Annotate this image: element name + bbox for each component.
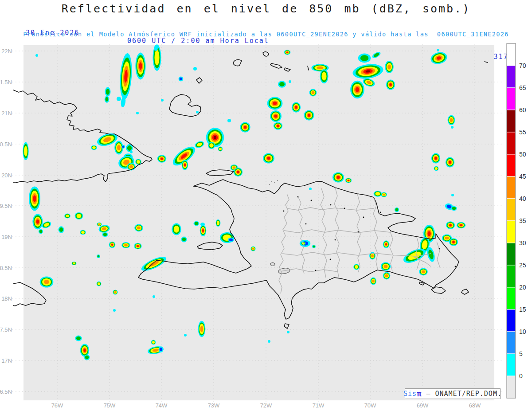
storm-cell — [64, 214, 70, 219]
storm-cell — [72, 262, 77, 265]
storm-cell — [451, 126, 454, 129]
lat-tick-label: 0.5N — [0, 141, 12, 148]
storm-contour — [117, 97, 121, 101]
storm-contour — [336, 176, 340, 179]
storm-contour — [287, 331, 289, 333]
storm-contour — [76, 337, 81, 341]
colorbar-tick-label: 10 — [519, 328, 526, 335]
storm-cell — [448, 115, 455, 125]
storm-cell — [434, 166, 439, 171]
colorbar-segment — [507, 243, 516, 265]
storm-cell — [39, 229, 43, 234]
storm-contour — [295, 106, 297, 109]
lon-tick-label: 68W — [469, 402, 481, 409]
storm-cell — [35, 54, 38, 57]
storm-cell — [457, 222, 466, 229]
storm-cell — [172, 223, 181, 235]
storm-cell — [109, 242, 116, 248]
lon-tick-label: 75W — [104, 402, 116, 409]
storm-cell — [431, 153, 440, 163]
storm-cell — [284, 50, 291, 55]
storm-cell — [278, 81, 286, 88]
storm-contour — [193, 67, 197, 70]
storm-contour — [308, 114, 310, 117]
storm-cell — [292, 102, 301, 112]
storm-contour — [355, 265, 358, 269]
storm-cell — [151, 340, 156, 345]
storm-contour — [356, 87, 360, 92]
storm-contour — [360, 55, 369, 61]
storm-cell — [157, 155, 166, 162]
storm-cell — [350, 81, 364, 99]
storm-contour — [202, 229, 204, 232]
etang-saumatre-lake — [270, 263, 275, 266]
storm-contour — [136, 112, 139, 114]
colorbar-tick-label: 60 — [519, 106, 526, 114]
storm-contour — [124, 244, 128, 247]
storm-contour — [154, 45, 158, 51]
storm-cell — [179, 77, 184, 82]
storm-contour — [111, 244, 113, 246]
storm-cell — [446, 221, 455, 229]
storm-cell — [130, 151, 133, 153]
storm-contour — [434, 157, 437, 160]
storm-contour — [309, 188, 312, 190]
storm-contour — [66, 215, 69, 217]
storm-contour — [217, 221, 219, 225]
storm-contour — [130, 151, 133, 153]
storm-cell — [312, 245, 316, 248]
colorbar-segment — [507, 332, 516, 354]
storm-contour — [106, 89, 110, 95]
storm-cell — [385, 61, 394, 73]
attribution-brand: Sis — [403, 390, 417, 398]
storm-contour — [233, 166, 236, 169]
colorbar-segment — [507, 43, 516, 66]
storm-cell — [309, 188, 312, 190]
colorbar-segment — [507, 66, 516, 88]
colorbar-tick-label: 40 — [519, 195, 526, 202]
storm-contour — [153, 295, 155, 298]
storm-cell — [198, 321, 206, 337]
lat-tick-label: 19N — [1, 234, 12, 240]
lat-tick-label: 6.5N — [0, 388, 12, 395]
storm-contour — [139, 63, 142, 70]
storm-contour — [279, 82, 285, 86]
storm-contour — [348, 180, 349, 181]
storm-cell — [386, 79, 395, 90]
storm-contour — [200, 326, 203, 332]
storm-contour — [195, 222, 199, 225]
colorbar-segment — [507, 176, 516, 199]
storm-contour — [322, 72, 327, 81]
storm-cell — [154, 45, 158, 51]
storm-cell — [84, 355, 90, 360]
storm-cell — [240, 122, 250, 132]
colorbar-segment — [507, 221, 516, 243]
storm-cell — [383, 240, 390, 248]
storm-contour — [98, 223, 100, 225]
storm-cell — [181, 237, 187, 243]
storm-contour — [155, 50, 160, 65]
storm-contour — [92, 146, 96, 149]
storm-cell — [218, 147, 223, 152]
storm-contour — [152, 341, 155, 344]
colorbar-tick-label: 20 — [519, 284, 526, 291]
storm-cell — [59, 226, 64, 233]
storm-contour — [73, 262, 75, 265]
storm-cell — [117, 97, 121, 101]
colorbar-segment — [507, 376, 516, 398]
storm-cell — [383, 272, 391, 280]
storm-cell — [353, 264, 360, 270]
storm-contour — [445, 237, 449, 240]
storm-cell — [121, 242, 130, 248]
storm-cell — [161, 99, 164, 102]
storm-contour — [384, 265, 388, 268]
storm-cell — [97, 254, 100, 258]
storm-cell — [358, 54, 371, 63]
storm-contour — [244, 126, 246, 129]
storm-cell — [270, 110, 282, 122]
storm-contour — [36, 219, 39, 224]
storm-contour — [106, 97, 109, 102]
storm-contour — [395, 208, 399, 211]
storm-cell — [113, 290, 117, 294]
colorbar-tick-label: 35 — [519, 217, 526, 224]
